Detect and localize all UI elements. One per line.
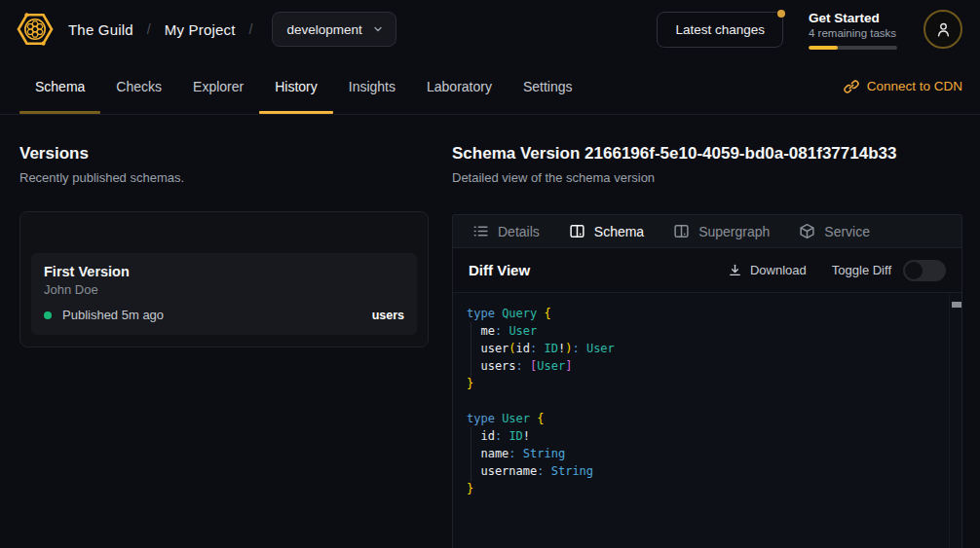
tab-checks[interactable]: Checks (100, 58, 177, 114)
version-author: John Doe (44, 282, 404, 297)
user-avatar[interactable] (923, 10, 962, 49)
chevron-down-icon (372, 23, 384, 35)
breadcrumb: The Guild / My Project / development (16, 10, 396, 49)
download-button[interactable]: Download (728, 263, 807, 277)
published-status-dot (44, 311, 52, 319)
versions-subtitle: Recently published schemas. (19, 170, 429, 185)
version-title: First Version (44, 264, 404, 279)
connect-to-cdn-label: Connect to CDN (867, 79, 962, 93)
person-icon (935, 21, 952, 38)
schema-code-viewer[interactable]: type Query { me: User user(id: ID!): Use… (453, 293, 961, 548)
toggle-diff-label: Toggle Diff (832, 263, 891, 277)
indent-guide (471, 427, 471, 482)
toggle-diff-switch[interactable] (903, 260, 946, 281)
primary-nav: Schema Checks Explorer History Insights … (0, 58, 980, 115)
connect-to-cdn-button[interactable]: Connect to CDN (844, 58, 962, 114)
versions-column: Versions Recently published schemas. Fir… (0, 115, 451, 548)
scrollbar-thumb[interactable] (952, 302, 961, 308)
list-icon (472, 223, 489, 239)
top-bar-right: Latest changes Get Started 4 remaining t… (657, 10, 962, 50)
tab-explorer[interactable]: Explorer (177, 58, 259, 114)
schema-version-subtitle: Detailed view of the schema version (452, 170, 962, 185)
schema-version-column: Schema Version 2166196f-5e10-4059-bd0a-0… (451, 115, 980, 548)
tab-laboratory[interactable]: Laboratory (411, 58, 508, 114)
tab-schema-view[interactable]: Schema (569, 223, 644, 239)
tab-details-label: Details (498, 224, 540, 239)
app-window: The Guild / My Project / development Lat… (0, 0, 980, 548)
version-status: Published 5m ago (62, 308, 164, 322)
breadcrumb-separator: / (147, 21, 151, 37)
progress-fill (809, 46, 838, 50)
diff-view-actions: Download Toggle Diff (728, 260, 946, 281)
tab-history[interactable]: History (259, 58, 333, 114)
tab-insights[interactable]: Insights (333, 58, 411, 114)
columns-icon (673, 223, 690, 239)
diff-view-title: Diff View (469, 262, 530, 278)
latest-changes-button[interactable]: Latest changes (657, 12, 783, 48)
cube-icon (799, 223, 815, 239)
indent-guide (471, 322, 471, 377)
schema-version-title: Schema Version 2166196f-5e10-4059-bd0a-0… (452, 143, 962, 164)
tab-schema-view-label: Schema (594, 224, 644, 239)
code-scrollbar[interactable] (949, 293, 961, 548)
columns-icon (569, 223, 585, 239)
panel-tabs: Details Schema (453, 215, 961, 248)
tab-service-label: Service (824, 224, 870, 239)
versions-list-card: First Version John Doe Published 5m ago … (19, 211, 429, 347)
version-list-item[interactable]: First Version John Doe Published 5m ago … (31, 253, 417, 335)
tab-schema[interactable]: Schema (19, 58, 100, 114)
org-breadcrumb[interactable]: The Guild (68, 21, 133, 38)
tab-supergraph-label: Supergraph (698, 224, 770, 239)
toggle-diff-control: Toggle Diff (832, 260, 946, 281)
download-label: Download (750, 263, 807, 277)
switch-knob (905, 262, 923, 279)
link-icon (844, 79, 859, 94)
download-icon (728, 263, 742, 277)
project-breadcrumb[interactable]: My Project (165, 21, 236, 38)
nav-tabs: Schema Checks Explorer History Insights … (19, 58, 588, 114)
get-started-subtitle: 4 remaining tasks (809, 26, 898, 41)
target-selector[interactable]: development (272, 12, 396, 47)
tab-service[interactable]: Service (799, 223, 870, 239)
get-started-widget[interactable]: Get Started 4 remaining tasks (809, 10, 898, 50)
breadcrumb-separator: / (249, 21, 253, 37)
versions-title: Versions (19, 143, 429, 164)
tab-supergraph[interactable]: Supergraph (673, 223, 770, 239)
get-started-title: Get Started (809, 10, 898, 26)
diff-view-header: Diff View Download Toggle Diff (453, 248, 961, 293)
tab-settings[interactable]: Settings (508, 58, 588, 114)
tab-details[interactable]: Details (472, 223, 540, 239)
hive-logo-icon[interactable] (16, 10, 55, 49)
main-content: Versions Recently published schemas. Fir… (0, 115, 980, 548)
get-started-progress-bar (809, 46, 897, 50)
target-selector-value: development (286, 22, 361, 37)
top-bar: The Guild / My Project / development Lat… (0, 0, 980, 58)
notification-dot (777, 10, 785, 18)
version-service-name: users (372, 309, 404, 322)
schema-version-panel: Details Schema (452, 214, 962, 548)
code-block: type Query { me: User user(id: ID!): Use… (467, 305, 948, 497)
version-meta-row: Published 5m ago users (44, 308, 404, 322)
